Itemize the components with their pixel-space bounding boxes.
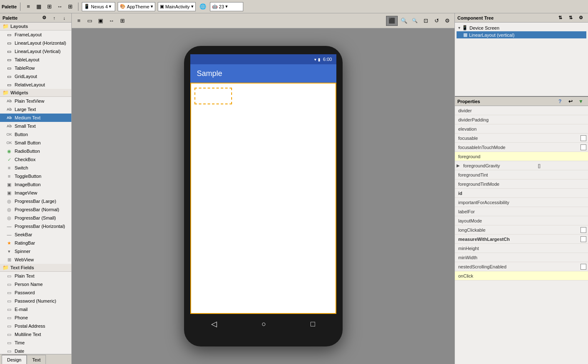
category-layouts[interactable]: 📁 Layouts — [0, 23, 71, 30]
list-view-btn[interactable]: ≡ — [24, 2, 33, 11]
palette-item-imagebutton[interactable]: ▣ ImageButton — [0, 180, 71, 189]
nestedscrolling-checkbox[interactable] — [580, 264, 586, 270]
canvas-grid-icon[interactable]: ▣ — [96, 16, 105, 25]
api-dropdown[interactable]: 🤖 23 ▾ — [210, 2, 243, 11]
palette-gear-icon[interactable]: ⚙ — [40, 13, 49, 23]
palette-item-imageview[interactable]: ▣ ImageView — [0, 189, 71, 197]
grid-view-btn[interactable]: ▦ — [34, 2, 43, 11]
tree-item-device-screen[interactable]: ▾ 📱 Device Screen — [457, 24, 586, 31]
palette-item-relativelayout[interactable]: ▭ RelativeLayout — [0, 81, 71, 89]
back-btn[interactable]: ◁ — [211, 319, 217, 329]
properties-filter-icon[interactable]: ▼ — [576, 97, 585, 106]
palette-item-plain-textview[interactable]: Ab Plain TextView — [0, 97, 71, 105]
activity-dropdown[interactable]: ▣ MainActivity ▾ — [158, 2, 196, 11]
measurelargest-checkbox[interactable] — [580, 236, 586, 242]
tab-text[interactable]: Text — [27, 355, 46, 364]
fg-gravity-expand-icon[interactable]: ▶ — [457, 163, 462, 168]
locale-btn[interactable]: 🌐 — [198, 2, 207, 11]
palette-item-togglebutton[interactable]: ≡ ToggleButton — [0, 172, 71, 180]
palette-item-progressbar-large[interactable]: ◎ ProgressBar (Large) — [0, 197, 71, 205]
palette-item-progressbar-horiz[interactable]: — ProgressBar (Horizontal) — [0, 222, 71, 230]
palette-item-linearlayout-h[interactable]: ▭ LinearLayout (Horizontal) — [0, 39, 71, 47]
category-widgets[interactable]: 📁 Widgets — [0, 89, 71, 97]
palette-item-phone[interactable]: ▭ Phone — [0, 313, 71, 322]
prop-row-accessibility[interactable]: importantForAccessibility — [455, 198, 588, 207]
prop-row-onclick[interactable]: onClick — [455, 271, 588, 281]
palette-item-postal-address[interactable]: ▭ Postal Address — [0, 322, 71, 330]
focusable-checkbox[interactable] — [580, 135, 586, 141]
palette-item-ratingbar[interactable]: ★ RatingBar — [0, 239, 71, 247]
properties-help-icon[interactable]: ? — [555, 97, 565, 106]
prop-row-layoutmode[interactable]: layoutMode — [455, 216, 588, 225]
prop-row-id[interactable]: id — [455, 189, 588, 198]
palette-item-multiline-text[interactable]: ▭ Multiline Text — [0, 330, 71, 339]
category-textfields[interactable]: 📁 Text Fields — [0, 264, 71, 272]
palette-item-linearlayout-v[interactable]: ▭ LinearLayout (Vertical) — [0, 47, 71, 56]
palette-item-progressbar-small[interactable]: ◎ ProgressBar (Small) — [0, 214, 71, 222]
palette-item-checkbox[interactable]: ✓ CheckBox — [0, 155, 71, 164]
longclickable-checkbox[interactable] — [580, 227, 586, 233]
zoom-out-btn[interactable]: 🔍 — [410, 16, 419, 25]
zoom-in-btn[interactable]: 🔍 — [399, 16, 409, 25]
palette-item-tablelayout[interactable]: ▭ TableLayout — [0, 56, 71, 64]
tree-item-linearlayout[interactable]: ▦ LinearLayout (vertical) — [457, 31, 586, 38]
prop-row-focusable-touchmode[interactable]: focusableInTouchMode — [455, 143, 588, 152]
prop-row-divider[interactable]: divider — [455, 106, 588, 115]
palette-item-webview[interactable]: ⊞ WebView — [0, 255, 71, 264]
palette-item-email[interactable]: ▭ E-mail — [0, 305, 71, 313]
prop-row-measurelargest[interactable]: measureWithLargestCh — [455, 235, 588, 244]
canvas-render-icon[interactable]: ⬛ — [386, 16, 398, 26]
prop-row-longclickable[interactable]: longClickable — [455, 225, 588, 235]
prop-row-elevation[interactable]: elevation — [455, 124, 588, 134]
nexus-dropdown[interactable]: 📱 Nexus 4 ▾ — [82, 2, 115, 11]
palette-item-button[interactable]: OK Button — [0, 130, 71, 139]
expand-btn[interactable]: ↔ — [55, 2, 64, 11]
palette-item-password-numeric[interactable]: ▭ Password (Numeric) — [0, 297, 71, 305]
palette-item-radiobutton[interactable]: ◉ RadioButton — [0, 147, 71, 155]
palette-item-switch[interactable]: ≡ Switch — [0, 164, 71, 172]
palette-item-large-text[interactable]: Ab Large Text — [0, 105, 71, 114]
tree-sort-icon[interactable]: ⇅ — [555, 13, 565, 23]
palette-item-small-button[interactable]: OK Small Button — [0, 139, 71, 147]
palette-item-medium-text[interactable]: Ab Medium Text — [0, 114, 71, 122]
theme-dropdown[interactable]: 🎨 AppTheme ▾ — [118, 2, 155, 11]
prop-row-minheight[interactable]: minHeight — [455, 244, 588, 253]
tree-sort2-icon[interactable]: ⇅ — [566, 13, 575, 23]
canvas-refresh-btn[interactable]: ↺ — [432, 16, 441, 25]
prop-row-fg-gravity[interactable]: ▶ foregroundGravity [] — [455, 161, 588, 170]
focusable-touchmode-checkbox[interactable] — [580, 144, 586, 150]
palette-up-icon[interactable]: ↑ — [50, 13, 59, 23]
prop-row-labelfor[interactable]: labelFor — [455, 207, 588, 216]
canvas-resize-icon[interactable]: ↔ — [107, 16, 116, 25]
prop-row-fg-tint[interactable]: foregroundTint — [455, 170, 588, 179]
palette-item-password[interactable]: ▭ Password — [0, 288, 71, 297]
palette-item-time[interactable]: ▭ Time — [0, 339, 71, 347]
prop-row-minwidth[interactable]: minWidth — [455, 253, 588, 262]
collapse-btn[interactable]: ⊞ — [66, 2, 75, 11]
palette-item-date[interactable]: ▭ Date — [0, 347, 71, 354]
canvas-list-icon[interactable]: ≡ — [74, 16, 83, 25]
palette-item-tablerow[interactable]: ▭ TableRow — [0, 64, 71, 72]
recents-btn[interactable]: □ — [310, 320, 315, 329]
palette-item-small-text[interactable]: Ab Small Text — [0, 122, 71, 130]
prop-row-foreground[interactable]: foreground — [455, 152, 588, 161]
palette-item-gridlayout[interactable]: ▭ GridLayout — [0, 72, 71, 81]
palette-item-framelayout[interactable]: ▭ FrameLayout — [0, 30, 71, 39]
palette-down-icon[interactable]: ↓ — [60, 13, 69, 23]
prop-row-nestedscrolling[interactable]: nestedScrollingEnabled — [455, 262, 588, 271]
prop-row-fg-tintmode[interactable]: foregroundTintMode — [455, 179, 588, 189]
prop-row-focusable[interactable]: focusable — [455, 134, 588, 143]
prop-row-dividerpadding[interactable]: dividerPadding — [455, 115, 588, 124]
properties-reset-icon[interactable]: ↩ — [566, 97, 575, 106]
canvas-rect-icon[interactable]: ▭ — [85, 16, 94, 25]
category-view-btn[interactable]: ⊞ — [45, 2, 54, 11]
canvas-expand-icon[interactable]: ⊞ — [118, 16, 127, 25]
palette-item-spinner[interactable]: ▾ Spinner — [0, 247, 71, 255]
palette-item-plain-text[interactable]: ▭ Plain Text — [0, 272, 71, 280]
canvas-gear-btn[interactable]: ⚙ — [443, 16, 452, 25]
palette-item-seekbar[interactable]: — SeekBar — [0, 230, 71, 239]
tab-design[interactable]: Design — [2, 355, 27, 364]
home-btn[interactable]: ○ — [262, 320, 266, 329]
phone-content[interactable] — [190, 83, 336, 314]
zoom-fit-btn[interactable]: ⊡ — [421, 16, 430, 25]
